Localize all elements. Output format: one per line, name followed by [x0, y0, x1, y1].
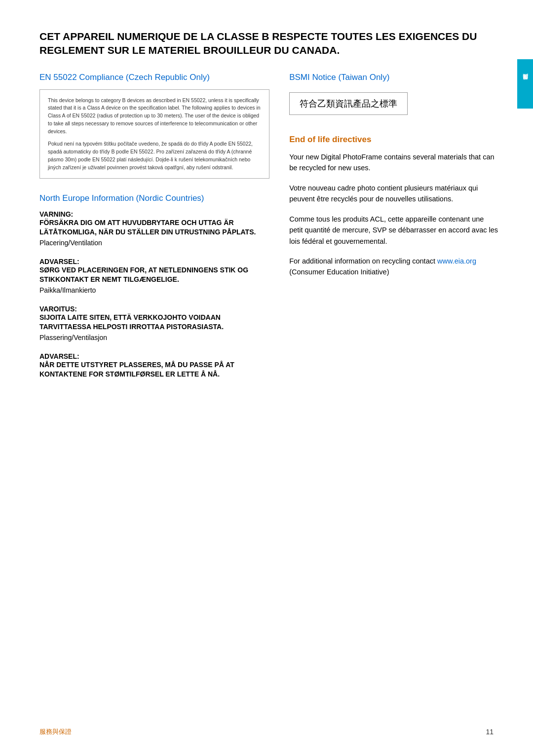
warning4-text: NÅR DETTE UTSTYRET PLASSERES, MÅ DU PASS… [39, 360, 269, 379]
side-tab: 服務與保證 [517, 59, 533, 109]
eol-para3: Comme tous les produits ACL, cette appar… [289, 214, 498, 247]
warning1-sub: Placering/Ventilation [39, 239, 269, 247]
compliance-text-2: Pokud není na typovém štítku počítače uv… [48, 140, 261, 171]
eol-para4-suffix: (Consumer Education Initiative) [289, 268, 389, 276]
warning1-label: VARNING: [39, 210, 269, 218]
footer-label: 服務與保證 [39, 727, 72, 736]
warning2-sub: Paikka/Ilmankierto [39, 286, 269, 294]
french-heading: CET APPAREIL NUMERIQUE DE LA CLASSE B RE… [39, 30, 498, 58]
warning3-label: VAROITUS: [39, 305, 269, 313]
warning-block-2: ADVARSEL: SØRG VED PLACERINGEN FOR, AT N… [39, 258, 269, 294]
bsmi-title: BSMI Notice (Taiwan Only) [289, 73, 498, 82]
warning3-sub: Plassering/Ventilasjon [39, 334, 269, 341]
warning2-label: ADVARSEL: [39, 258, 269, 265]
warning2-text: SØRG VED PLACERINGEN FOR, AT NETLEDNINGE… [39, 265, 269, 284]
warning3-text: SIJOITA LAITE SITEN, ETTÄ VERKKOJOHTO VO… [39, 313, 269, 332]
left-column: EN 55022 Compliance (Czech Republic Only… [39, 73, 269, 390]
eol-para4: For additional information on recycling … [289, 256, 498, 278]
footer: 服務與保證 11 [39, 727, 494, 736]
bsmi-box: 符合乙類資訊產品之標準 [289, 92, 408, 115]
page-number: 11 [486, 728, 494, 736]
right-column: BSMI Notice (Taiwan Only) 符合乙類資訊產品之標準 En… [289, 73, 498, 390]
warning-block-1: VARNING: FÖRSÄKRA DIG OM ATT HUVUDBRYTAR… [39, 210, 269, 247]
warning-block-4: ADVARSEL: NÅR DETTE UTSTYRET PLASSERES, … [39, 352, 269, 379]
eol-title: End of life directives [289, 135, 498, 145]
warning-block-3: VAROITUS: SIJOITA LAITE SITEN, ETTÄ VERK… [39, 305, 269, 341]
eol-para4-prefix: For additional information on recycling … [289, 257, 437, 265]
eol-para2: Votre nouveau cadre photo contient plusi… [289, 183, 498, 205]
en55022-title: EN 55022 Compliance (Czech Republic Only… [39, 73, 269, 82]
eol-link[interactable]: www.eia.org [437, 257, 476, 265]
compliance-text-1: This device belongs to category B device… [48, 97, 261, 136]
warning4-label: ADVARSEL: [39, 352, 269, 360]
compliance-box: This device belongs to category B device… [39, 89, 269, 179]
warning1-text: FÖRSÄKRA DIG OM ATT HUVUDBRYTARE OCH UTT… [39, 218, 269, 237]
north-europe-title: North Europe Information (Nordic Countri… [39, 193, 269, 203]
eol-para1: Your new Digital PhotoFrame contains sev… [289, 151, 498, 174]
